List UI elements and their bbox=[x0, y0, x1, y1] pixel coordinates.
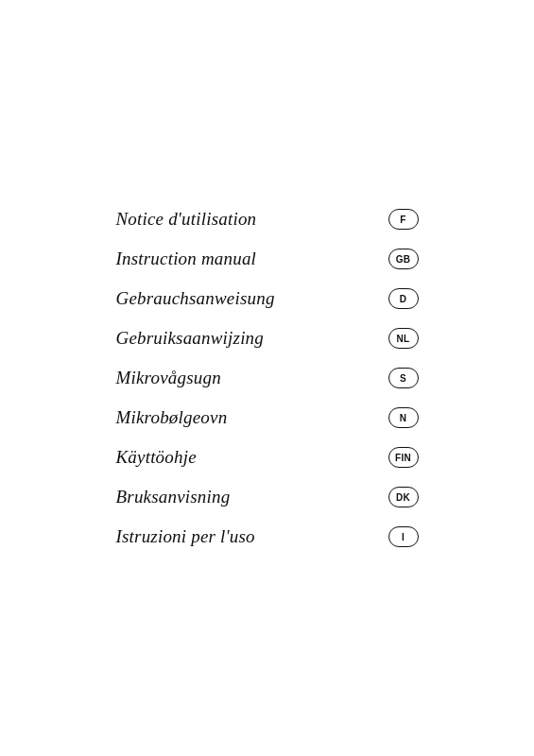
manual-label: Gebrauchsanweisung bbox=[116, 288, 275, 309]
manual-row: MikrobølgeovnN bbox=[116, 398, 419, 438]
lang-badge: NL bbox=[388, 328, 419, 349]
manual-label: Istruzioni per l'uso bbox=[116, 526, 255, 547]
lang-badge: GB bbox=[388, 249, 419, 269]
content-list: Notice d'utilisationFInstruction manualG… bbox=[116, 199, 419, 557]
manual-row: GebruiksaanwijzingNL bbox=[116, 318, 419, 358]
lang-badge: N bbox=[388, 407, 419, 428]
manual-row: Istruzioni per l'usoI bbox=[116, 517, 419, 557]
manual-label: Gebruiksaanwijzing bbox=[116, 328, 264, 349]
lang-badge: FIN bbox=[388, 447, 419, 468]
manual-label: Käyttöohje bbox=[116, 447, 197, 468]
lang-badge: DK bbox=[388, 487, 419, 507]
manual-row: MikrovågsugnS bbox=[116, 358, 419, 398]
lang-badge: D bbox=[388, 288, 419, 309]
manual-label: Mikrovågsugn bbox=[116, 368, 221, 388]
manual-row: Notice d'utilisationF bbox=[116, 199, 419, 239]
manual-label: Notice d'utilisation bbox=[116, 209, 257, 230]
page: Notice d'utilisationFInstruction manualG… bbox=[0, 0, 534, 756]
manual-label: Bruksanvisning bbox=[116, 487, 231, 507]
manual-label: Mikrobølgeovn bbox=[116, 407, 228, 428]
manual-row: GebrauchsanweisungD bbox=[116, 279, 419, 318]
lang-badge: I bbox=[388, 526, 419, 547]
manual-label: Instruction manual bbox=[116, 249, 257, 269]
lang-badge: S bbox=[388, 368, 419, 388]
manual-row: KäyttöohjeFIN bbox=[116, 438, 419, 477]
manual-row: BruksanvisningDK bbox=[116, 477, 419, 517]
manual-row: Instruction manualGB bbox=[116, 239, 419, 279]
lang-badge: F bbox=[388, 209, 419, 230]
